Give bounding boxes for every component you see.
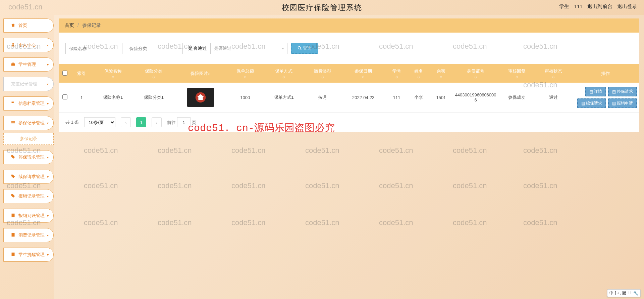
chevron-icon: ▾ [47, 63, 49, 67]
chevron-icon: ▾ [47, 102, 49, 105]
svg-rect-3 [11, 121, 15, 122]
svg-point-0 [12, 43, 14, 45]
sidebar-item-claimed[interactable]: 报销到账管理 ▾ [3, 209, 54, 223]
sidebar-item-label: 充值记录管理 [11, 81, 37, 87]
briefcase-icon [11, 62, 16, 67]
sidebar-item-stop-request[interactable]: 停保请求管理 ▾ [3, 150, 54, 164]
sidebar-item-profile[interactable]: 个人中心 ▾ [3, 38, 54, 52]
pager-goto-input[interactable] [177, 117, 191, 127]
col-category[interactable]: 保险分类 [145, 69, 162, 74]
col-idno[interactable]: 身份证号 [467, 69, 484, 74]
svg-rect-1 [11, 63, 15, 66]
sidebar-item-insurance-record[interactable]: 参保记录管理 ▾ [3, 116, 54, 130]
sidebar-item-recharge[interactable]: 充值记录管理 ▾ [3, 77, 54, 91]
cell-idx: 1 [71, 83, 93, 113]
sidebar-item-label: 参保记录管理 [18, 120, 45, 126]
col-date[interactable]: 参保日期 [355, 69, 372, 74]
list-icon: ▤ [581, 101, 585, 106]
tag-icon [11, 155, 16, 160]
logout-front-link[interactable]: 退出到前台 [587, 3, 612, 9]
sidebar-item-renew-request[interactable]: 续保请求管理 ▾ [3, 170, 54, 184]
cell-reply: 参保成功 [498, 83, 535, 113]
svg-rect-2 [12, 63, 14, 63]
svg-rect-6 [12, 214, 15, 217]
sidebar-item-expense[interactable]: 消费记录管理 ▾ [3, 228, 54, 242]
sidebar-item-label: 续保请求管理 [18, 174, 45, 180]
col-image[interactable]: 保险图片 [191, 71, 208, 76]
page-size-select[interactable]: 10条/页 [84, 117, 115, 127]
sidebar-item-info-archive[interactable]: 信息档案管理 ▾ [3, 96, 54, 111]
user-name[interactable]: 111 [574, 3, 583, 9]
tag-icon [11, 174, 16, 179]
cell-studentno: 111 [386, 83, 408, 113]
sidebar-item-home[interactable]: 首页 [3, 18, 54, 33]
house-shield-icon [194, 91, 207, 104]
col-reply[interactable]: 审核回复 [508, 69, 526, 74]
pager-page-1[interactable]: 1 [136, 117, 146, 127]
list-icon: ▤ [612, 101, 616, 106]
op-renew-button[interactable]: ▤续保请求 [577, 98, 606, 108]
op-detail-button[interactable]: ▤详情 [585, 87, 606, 96]
pager-next[interactable]: › [152, 117, 162, 127]
file-icon [11, 213, 16, 218]
filter-pass-select[interactable]: 是否通过 ▾ [210, 43, 287, 54]
col-name2[interactable]: 姓名 [414, 69, 423, 74]
filter-name-input[interactable] [65, 43, 122, 54]
breadcrumb-separator: / [77, 23, 79, 28]
logout-link[interactable]: 退出登录 [617, 3, 637, 9]
sidebar-item-label: 个人中心 [18, 42, 36, 48]
pager-total: 共 1 条 [65, 119, 79, 125]
col-idx: 索引 [77, 71, 86, 76]
ime-bar[interactable]: 中 ∫ ♪ , 圖 ⁝ ⁝ 🔧 [607, 289, 641, 297]
home-icon [11, 23, 16, 28]
chevron-icon: ▾ [47, 175, 49, 179]
sidebar-item-reminder[interactable]: 学生提醒管理 ▾ [3, 248, 54, 262]
tag-icon [11, 194, 16, 199]
sidebar-item-claim-record[interactable]: 报销记录管理 ▾ [3, 189, 54, 203]
wrench-icon[interactable]: 🔧 [633, 291, 638, 296]
cell-method: 保单方式1 [263, 83, 304, 113]
list-icon: ▤ [589, 89, 593, 94]
op-claim-button[interactable]: ▤报销申请 [608, 98, 637, 108]
app-title: 校园医疗保险管理系统 [0, 3, 644, 13]
svg-line-10 [300, 49, 301, 50]
sidebar-item-student[interactable]: 学生管理 ▾ [3, 57, 54, 72]
cell-status: 通过 [535, 83, 572, 113]
svg-point-9 [298, 46, 301, 49]
col-method[interactable]: 保单方式 [275, 69, 292, 74]
col-name[interactable]: 保险名称 [104, 69, 122, 74]
cell-name: 保险名称1 [93, 83, 133, 113]
sidebar-item-label: 停保请求管理 [18, 154, 45, 160]
sidebar-item-label: 报销记录管理 [18, 193, 45, 199]
breadcrumb-current: 参保记录 [82, 23, 101, 28]
chevron-down-icon: ▾ [282, 47, 284, 50]
col-balance[interactable]: 余额 [437, 69, 445, 74]
cell-idno: 440300199606060006 [453, 83, 499, 113]
svg-rect-7 [12, 233, 15, 237]
user-area: 学生 111 退出到前台 退出登录 [556, 3, 637, 10]
sidebar-item-label: 学生提醒管理 [18, 252, 45, 258]
op-stop-button[interactable]: ▤停保请求 [608, 87, 637, 96]
sidebar-subitem-insurance-record[interactable]: 参保记录 [3, 133, 54, 145]
select-all-checkbox[interactable] [62, 71, 67, 76]
pagination: 共 1 条 10条/页 ‹ 1 › 前往 页 [59, 113, 639, 132]
sidebar-item-label: 首页 [18, 23, 27, 29]
user-icon [11, 43, 16, 47]
sidebar-item-label: 消费记录管理 [18, 232, 45, 238]
svg-rect-8 [12, 253, 15, 256]
goto-label: 前往 [167, 120, 176, 125]
chevron-icon: ▾ [47, 214, 49, 218]
col-paytype[interactable]: 缴费类型 [314, 69, 331, 74]
breadcrumb-home[interactable]: 首页 [65, 23, 74, 28]
filter-category-input[interactable] [126, 43, 183, 54]
search-button[interactable]: 查询 [291, 43, 318, 54]
pager-prev[interactable]: ‹ [121, 117, 131, 127]
col-total[interactable]: 保单总额 [236, 69, 254, 74]
cell-date: 2022-04-23 [341, 83, 386, 113]
svg-rect-5 [11, 124, 15, 124]
file-icon [11, 233, 16, 238]
col-studentno[interactable]: 学号 [392, 69, 401, 74]
sidebar-item-label: 报销到账管理 [18, 213, 45, 219]
col-status[interactable]: 审核状态 [545, 69, 562, 74]
row-checkbox[interactable] [62, 94, 67, 99]
